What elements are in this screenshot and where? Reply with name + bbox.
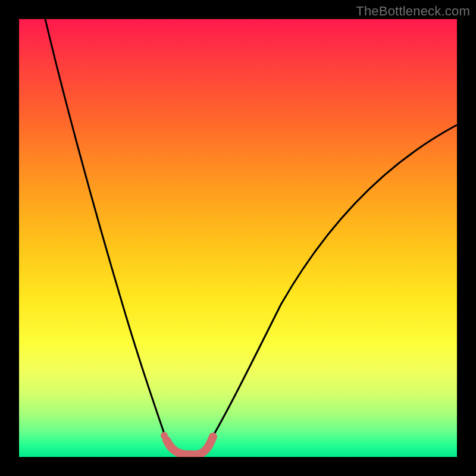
curve-layer [19, 19, 457, 457]
plot-area [19, 19, 457, 457]
accent-dot [161, 432, 168, 439]
curve-left-branch [45, 19, 169, 447]
curve-right-branch [205, 125, 457, 450]
chart-frame: TheBottleneck.com [0, 0, 476, 476]
watermark-text: TheBottleneck.com [356, 4, 470, 19]
accent-valley-stroke [167, 437, 213, 455]
